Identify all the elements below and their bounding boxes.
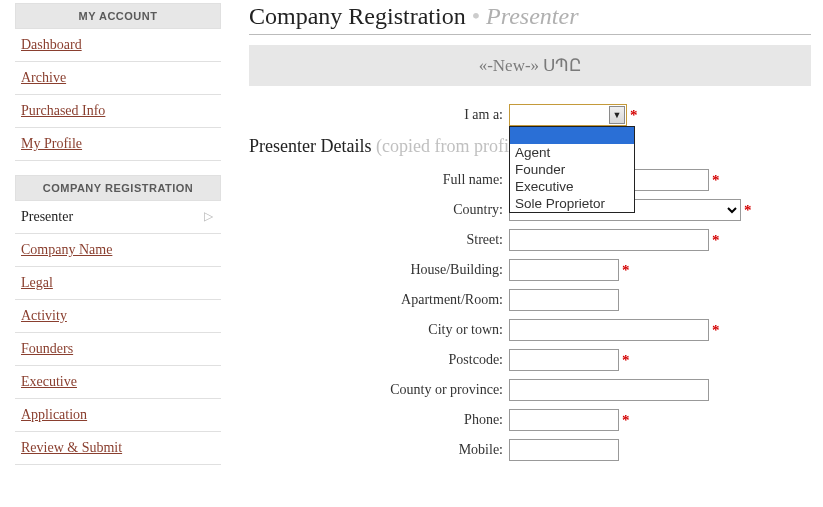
sidebar-item-presenter: Presenter▷ [15, 201, 221, 234]
required-asterisk: * [630, 107, 638, 124]
city-or-town-row: City or town:* [249, 319, 811, 341]
apartment-room-input[interactable] [509, 289, 619, 311]
mobile-input[interactable] [509, 439, 619, 461]
page-title-separator: • [466, 3, 486, 29]
required-asterisk: * [622, 352, 630, 369]
apartment-room-label: Apartment/Room: [249, 292, 509, 308]
required-asterisk: * [712, 232, 720, 249]
i-am-row: I am a: ▼ AgentFounderExecutiveSole Prop… [249, 104, 811, 126]
my-account-header: MY ACCOUNT [15, 3, 221, 29]
i-am-label: I am a: [249, 107, 509, 123]
page-title-main: Company Registration [249, 3, 466, 29]
i-am-option[interactable]: Executive [510, 178, 634, 195]
sidebar-item-executive[interactable]: Executive [15, 366, 221, 399]
country-label: Country: [249, 202, 509, 218]
page-title-sub: Presenter [486, 3, 578, 29]
sidebar-item-archive[interactable]: Archive [15, 62, 221, 95]
required-asterisk: * [712, 172, 720, 189]
mobile-row: Mobile: [249, 439, 811, 461]
required-asterisk: * [712, 322, 720, 339]
county-or-province-label: County or province: [249, 382, 509, 398]
postcode-row: Postcode:* [249, 349, 811, 371]
city-or-town-input[interactable] [509, 319, 709, 341]
sidebar-item-founders[interactable]: Founders [15, 333, 221, 366]
i-am-option[interactable] [510, 127, 634, 144]
company-name-banner: «-New-» ՍՊԸ [249, 45, 811, 86]
city-or-town-label: City or town: [249, 322, 509, 338]
my-account-block: MY ACCOUNT DashboardArchivePurchased Inf… [15, 3, 221, 161]
county-or-province-row: County or province: [249, 379, 811, 401]
sidebar-item-purchased-info[interactable]: Purchased Info [15, 95, 221, 128]
house-building-input[interactable] [509, 259, 619, 281]
chevron-down-icon[interactable]: ▼ [609, 106, 625, 124]
phone-input[interactable] [509, 409, 619, 431]
sidebar-item-application[interactable]: Application [15, 399, 221, 432]
sidebar: MY ACCOUNT DashboardArchivePurchased Inf… [0, 0, 221, 479]
chevron-right-icon: ▷ [204, 209, 213, 224]
house-building-row: House/Building:* [249, 259, 811, 281]
company-registration-block: COMPANY REGISTRATION Presenter▷Company N… [15, 175, 221, 465]
mobile-label: Mobile: [249, 442, 509, 458]
county-or-province-input[interactable] [509, 379, 709, 401]
street-input[interactable] [509, 229, 709, 251]
i-am-option[interactable]: Sole Proprietor [510, 195, 634, 212]
main-content: Company Registration • Presenter «-New-»… [221, 0, 823, 469]
page-title: Company Registration • Presenter [249, 3, 811, 30]
sidebar-item-my-profile[interactable]: My Profile [15, 128, 221, 161]
section-title-text: Presenter Details [249, 136, 376, 156]
street-row: Street:* [249, 229, 811, 251]
required-asterisk: * [622, 412, 630, 429]
street-label: Street: [249, 232, 509, 248]
postcode-input[interactable] [509, 349, 619, 371]
i-am-option[interactable]: Founder [510, 161, 634, 178]
title-divider [249, 34, 811, 35]
phone-label: Phone: [249, 412, 509, 428]
section-title-hint: (copied from profile) [376, 136, 528, 156]
i-am-select[interactable]: ▼ AgentFounderExecutiveSole Proprietor [509, 104, 627, 126]
house-building-label: House/Building: [249, 262, 509, 278]
sidebar-item-dashboard[interactable]: Dashboard [15, 29, 221, 62]
sidebar-item-review-submit[interactable]: Review & Submit [15, 432, 221, 465]
company-registration-header: COMPANY REGISTRATION [15, 175, 221, 201]
postcode-label: Postcode: [249, 352, 509, 368]
i-am-option[interactable]: Agent [510, 144, 634, 161]
required-asterisk: * [744, 202, 752, 219]
full-name-label: Full name: [249, 172, 509, 188]
i-am-options-list: AgentFounderExecutiveSole Proprietor [509, 126, 635, 213]
phone-row: Phone:* [249, 409, 811, 431]
sidebar-item-activity[interactable]: Activity [15, 300, 221, 333]
required-asterisk: * [622, 262, 630, 279]
sidebar-item-legal[interactable]: Legal [15, 267, 221, 300]
apartment-room-row: Apartment/Room: [249, 289, 811, 311]
sidebar-item-company-name[interactable]: Company Name [15, 234, 221, 267]
